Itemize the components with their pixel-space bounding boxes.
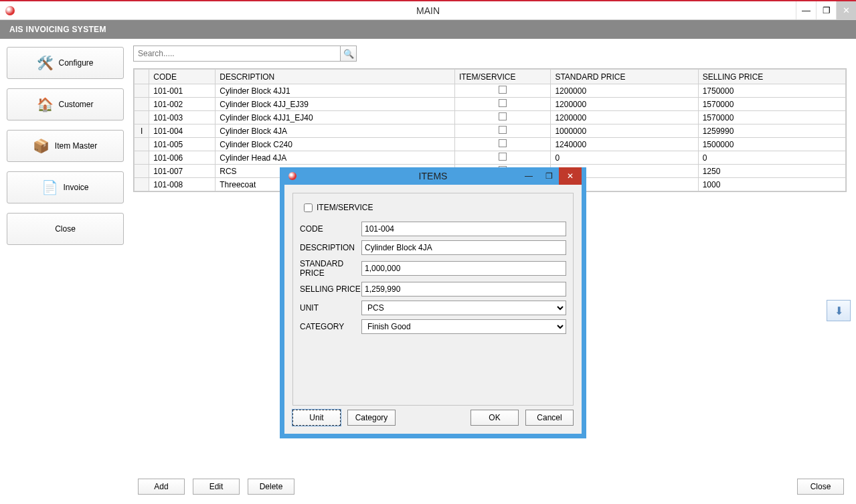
cell-description[interactable]: Cylinder Block 4JA	[216, 124, 455, 138]
checkbox-icon[interactable]	[499, 139, 507, 147]
selling-price-field[interactable]	[361, 282, 566, 297]
row-marker	[135, 98, 149, 111]
expand-panel-button[interactable]: ⬇	[827, 300, 851, 321]
ok-button[interactable]: OK	[470, 410, 519, 426]
app-header: AIS INVOICING SYSTEM	[0, 20, 856, 39]
cell-item-service[interactable]	[454, 138, 550, 151]
cell-description[interactable]: Cylinder Block 4JJ1_EJ40	[216, 111, 455, 124]
invoice-icon: 📄	[41, 179, 58, 195]
cell-standard-price[interactable]: 0	[551, 151, 698, 165]
cell-item-service[interactable]	[454, 84, 550, 98]
category-button[interactable]: Category	[347, 410, 396, 426]
cell-selling-price[interactable]: 1750000	[698, 84, 845, 98]
standard-price-field[interactable]	[361, 261, 566, 276]
cell-selling-price[interactable]: 1500000	[698, 138, 845, 151]
minimize-button[interactable]: —	[796, 1, 816, 19]
cell-item-service[interactable]	[454, 124, 550, 138]
cell-code[interactable]: 101-008	[149, 178, 216, 191]
checkbox-icon[interactable]	[499, 99, 507, 107]
cell-item-service[interactable]	[454, 111, 550, 124]
unit-label: UNIT	[300, 303, 361, 313]
app-icon	[5, 6, 15, 15]
item-master-button[interactable]: 📦 Item Master	[7, 130, 124, 162]
sidebar-close-label: Close	[55, 224, 76, 234]
close-button[interactable]: Close	[797, 479, 844, 495]
row-marker	[135, 165, 149, 178]
cell-code[interactable]: 101-006	[149, 151, 216, 165]
selling-price-label: SELLING PRICE	[300, 284, 361, 294]
item-service-text: ITEM/SERVICE	[317, 203, 373, 212]
cell-selling-price[interactable]: 1000	[698, 178, 845, 191]
cell-standard-price[interactable]: 1240000	[551, 138, 698, 151]
row-marker	[135, 138, 149, 151]
cell-code[interactable]: 101-001	[149, 84, 216, 98]
cell-selling-price[interactable]: 1570000	[698, 98, 845, 111]
table-header-row: CODE DESCRIPTION ITEM/SERVICE STANDARD P…	[135, 70, 846, 84]
row-marker	[135, 178, 149, 191]
configure-button[interactable]: 🛠️ Configure	[7, 47, 124, 79]
description-label: DESCRIPTION	[300, 243, 361, 252]
cell-standard-price[interactable]: 1200000	[551, 98, 698, 111]
cell-item-service[interactable]	[454, 98, 550, 111]
sidebar-close-button[interactable]: Close	[7, 213, 124, 245]
row-marker: I	[135, 124, 149, 138]
cell-description[interactable]: Cylinder Head 4JA	[216, 151, 455, 165]
cell-standard-price[interactable]: 1200000	[551, 111, 698, 124]
cancel-button[interactable]: Cancel	[525, 410, 574, 426]
checkbox-icon[interactable]	[499, 153, 507, 161]
table-row[interactable]: 101-001Cylinder Block 4JJ112000001750000	[135, 84, 846, 98]
cell-description[interactable]: Cylinder Block 4JJ1	[216, 84, 455, 98]
checkbox-icon[interactable]	[499, 126, 507, 134]
customer-button[interactable]: 🏠 Customer	[7, 88, 124, 120]
table-row[interactable]: 101-003Cylinder Block 4JJ1_EJ40120000015…	[135, 111, 846, 124]
cell-code[interactable]: 101-005	[149, 138, 216, 151]
table-row[interactable]: I101-004Cylinder Block 4JA10000001259990	[135, 124, 846, 138]
row-marker	[135, 111, 149, 124]
checkbox-icon[interactable]	[499, 86, 507, 94]
search-button[interactable]: 🔍	[341, 46, 357, 62]
cell-code[interactable]: 101-004	[149, 124, 216, 138]
category-label: CATEGORY	[300, 322, 361, 331]
search-input[interactable]	[133, 46, 341, 62]
cell-description[interactable]: Cylinder Block C240	[216, 138, 455, 151]
customer-label: Customer	[58, 100, 93, 109]
item-service-checkbox[interactable]	[304, 203, 313, 212]
edit-button[interactable]: Edit	[193, 479, 240, 495]
unit-select[interactable]: PCS	[361, 301, 566, 315]
category-select[interactable]: Finish Good	[361, 319, 566, 334]
delete-button[interactable]: Delete	[248, 479, 294, 495]
cell-code[interactable]: 101-007	[149, 165, 216, 178]
cell-code[interactable]: 101-002	[149, 98, 216, 111]
dialog-titlebar[interactable]: ITEMS — ❐ ✕	[284, 167, 582, 185]
col-item-service[interactable]: ITEM/SERVICE	[454, 70, 550, 84]
checkbox-icon[interactable]	[499, 112, 507, 120]
close-window-button[interactable]: ✕	[836, 1, 856, 19]
cell-selling-price[interactable]: 1570000	[698, 111, 845, 124]
cell-standard-price[interactable]: 1000000	[551, 124, 698, 138]
table-row[interactable]: 101-006Cylinder Head 4JA00	[135, 151, 846, 165]
maximize-button[interactable]: ❐	[816, 1, 836, 19]
cell-code[interactable]: 101-003	[149, 111, 216, 124]
cell-description[interactable]: Cylinder Block 4JJ_EJ39	[216, 98, 455, 111]
code-field[interactable]	[361, 222, 566, 236]
configure-icon: 🛠️	[37, 55, 53, 71]
table-row[interactable]: 101-002Cylinder Block 4JJ_EJ391200000157…	[135, 98, 846, 111]
customer-icon: 🏠	[37, 96, 53, 112]
cell-standard-price[interactable]: 1200000	[551, 84, 698, 98]
cell-selling-price[interactable]: 1259990	[698, 124, 845, 138]
item-master-icon: 📦	[33, 138, 50, 154]
add-button[interactable]: Add	[138, 479, 185, 495]
col-description[interactable]: DESCRIPTION	[216, 70, 455, 84]
col-standard-price[interactable]: STANDARD PRICE	[551, 70, 698, 84]
invoice-button[interactable]: 📄 Invoice	[7, 171, 124, 203]
cell-item-service[interactable]	[454, 151, 550, 165]
col-selling-price[interactable]: SELLING PRICE	[698, 70, 845, 84]
unit-button[interactable]: Unit	[292, 410, 341, 426]
description-field[interactable]	[361, 240, 566, 255]
col-code[interactable]: CODE	[149, 70, 216, 84]
sidebar: 🛠️ Configure 🏠 Customer 📦 Item Master 📄 …	[0, 39, 131, 504]
table-row[interactable]: 101-005Cylinder Block C24012400001500000	[135, 138, 846, 151]
item-service-checkbox-label[interactable]: ITEM/SERVICE	[304, 203, 373, 212]
cell-selling-price[interactable]: 1250	[698, 165, 845, 178]
cell-selling-price[interactable]: 0	[698, 151, 845, 165]
